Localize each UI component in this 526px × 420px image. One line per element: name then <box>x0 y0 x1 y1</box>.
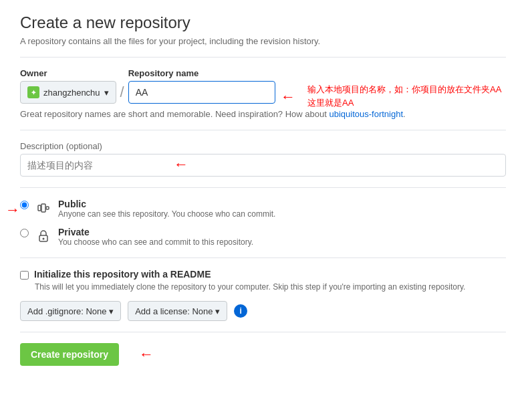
gitignore-license-row: Add .gitignore: None ▾ Add a license: No… <box>20 301 506 321</box>
public-icon <box>34 199 53 217</box>
owner-label: Owner <box>20 68 116 78</box>
create-repo-button[interactable]: Create repository <box>20 343 119 366</box>
svg-rect-2 <box>46 207 49 209</box>
private-label: Private <box>58 227 253 237</box>
owner-chevron-icon: ▾ <box>104 88 109 98</box>
annotation-arrow-right: ← <box>281 88 295 106</box>
suggestion-text: Great repository names are short and mem… <box>20 109 506 119</box>
private-radio[interactable] <box>20 229 29 237</box>
desc-arrow-icon: ← <box>174 156 188 173</box>
divider-3 <box>20 187 506 188</box>
readme-desc: This will let you immediately clone the … <box>35 282 506 292</box>
repo-name-label: Repository name <box>128 68 275 78</box>
desc-input[interactable] <box>20 154 506 177</box>
public-desc: Anyone can see this repository. You choo… <box>58 209 275 219</box>
suggestion-link[interactable]: ubiquitous-fortnight <box>329 109 403 119</box>
gitignore-dropdown[interactable]: Add .gitignore: None ▾ <box>20 301 121 321</box>
create-arrow-icon: ← <box>139 346 154 363</box>
info-icon[interactable]: i <box>234 304 247 318</box>
private-desc: You choose who can see and commit to thi… <box>58 237 253 247</box>
readme-label: Initialize this repository with a README <box>34 269 211 280</box>
repo-name-input[interactable] <box>128 81 275 104</box>
private-option: Private You choose who can see and commi… <box>20 227 506 247</box>
readme-section: Initialize this repository with a README… <box>20 269 506 292</box>
divider-4 <box>20 257 506 258</box>
divider-1 <box>20 57 506 58</box>
desc-label: Description (optional) <box>20 141 506 151</box>
public-option: Public Anyone can see this repository. Y… <box>20 199 506 219</box>
page-subtitle: A repository contains all the files for … <box>20 36 506 46</box>
page-title: Create a new repository <box>20 13 506 32</box>
license-dropdown[interactable]: Add a license: None ▾ <box>128 301 227 321</box>
svg-rect-0 <box>38 205 41 211</box>
divider-5 <box>20 332 506 332</box>
public-label: Public <box>58 199 275 209</box>
slash-separator: / <box>120 81 124 104</box>
owner-avatar: ✦ <box>27 86 39 98</box>
svg-rect-1 <box>41 204 45 212</box>
annotation-right: 输入本地项目的名称，如：你项目的放在文件夹AA 这里就是AA <box>307 83 501 109</box>
owner-name: zhangzhenchu <box>43 88 100 98</box>
public-left-arrow-icon: → <box>5 201 20 219</box>
owner-dropdown[interactable]: ✦ zhangzhenchu ▾ <box>20 81 116 104</box>
divider-2 <box>20 130 506 130</box>
public-radio[interactable] <box>20 201 29 209</box>
svg-point-4 <box>43 238 45 240</box>
readme-checkbox[interactable] <box>20 271 29 280</box>
private-icon <box>34 227 53 245</box>
